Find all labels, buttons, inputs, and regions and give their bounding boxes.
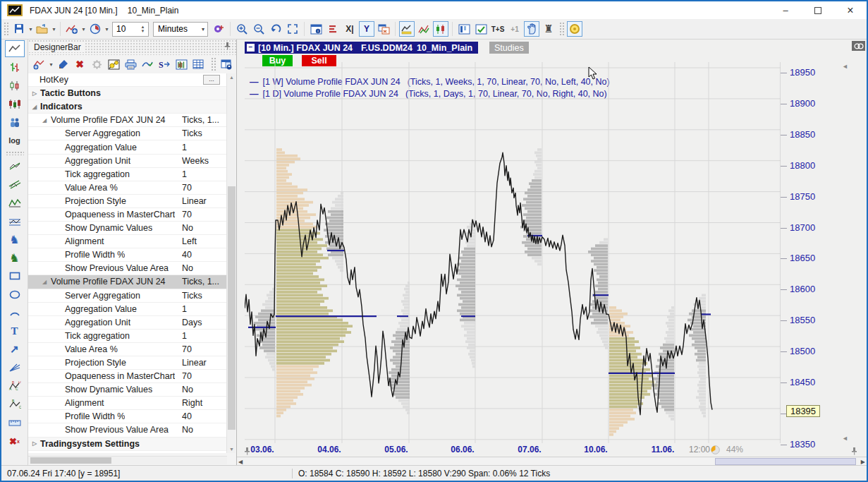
fit-screen-icon[interactable] bbox=[285, 21, 300, 37]
price-chart[interactable] bbox=[245, 62, 781, 443]
property-value[interactable]: No bbox=[182, 263, 224, 273]
columns-icon[interactable] bbox=[456, 21, 472, 37]
property-value[interactable]: 1 bbox=[182, 331, 224, 341]
tree-collapsed-icon[interactable]: ▷ bbox=[32, 440, 37, 447]
property-value[interactable]: Weeks bbox=[182, 156, 224, 166]
property-value[interactable]: 1 bbox=[182, 169, 224, 179]
delete-drawing-icon[interactable]: ✖x bbox=[5, 433, 25, 450]
bars-icon[interactable] bbox=[5, 59, 25, 76]
property-row[interactable]: Server AggregationTicks bbox=[28, 127, 226, 140]
checkbox-chart-icon[interactable] bbox=[473, 21, 489, 37]
scroll-down-icon[interactable]: ▼ bbox=[227, 447, 236, 452]
properties-icon[interactable] bbox=[106, 56, 121, 72]
x-axis-icon[interactable]: X| bbox=[342, 21, 357, 37]
property-value[interactable]: 1 bbox=[182, 304, 224, 314]
property-row[interactable]: Show Dynamic ValuesNo bbox=[28, 222, 226, 235]
property-row[interactable]: Value Area %70 bbox=[28, 343, 226, 356]
property-group-row[interactable]: ▷Tradingsystem Settings bbox=[28, 438, 226, 451]
scrollbar-thumb[interactable] bbox=[715, 458, 856, 465]
property-row[interactable]: Opaqueness in MasterChart70 bbox=[28, 208, 226, 222]
designer-bar-header[interactable]: DesignerBar bbox=[28, 40, 236, 55]
pin-icon[interactable] bbox=[244, 447, 250, 455]
line-chart-icon[interactable] bbox=[5, 40, 25, 57]
minimize-button[interactable]: – bbox=[769, 1, 802, 19]
save-icon[interactable] bbox=[11, 21, 27, 37]
maximize-button[interactable] bbox=[802, 1, 834, 19]
knight-green-icon[interactable]: ♞ bbox=[5, 249, 25, 266]
property-row[interactable]: Projection StyleLinear bbox=[28, 195, 226, 208]
zoom-out-icon[interactable] bbox=[251, 21, 267, 37]
tree-expanded-icon[interactable]: ◢ bbox=[32, 104, 37, 110]
zigzag-icon[interactable] bbox=[5, 194, 25, 211]
property-value[interactable]: 70 bbox=[182, 183, 224, 193]
red-rows-icon[interactable] bbox=[325, 21, 341, 37]
ellipse-icon[interactable] bbox=[5, 286, 25, 303]
channel-icon[interactable] bbox=[5, 176, 25, 193]
designer-bar-horizontal-scrollbar[interactable] bbox=[28, 456, 227, 464]
property-value[interactable]: 1 bbox=[182, 143, 224, 152]
y-axis-icon[interactable]: Y bbox=[359, 21, 374, 37]
property-row[interactable]: Show Dynamic ValuesNo bbox=[28, 383, 226, 397]
designer-bar-vertical-scrollbar[interactable]: ▲ ▼ bbox=[226, 73, 236, 453]
ruler-icon[interactable] bbox=[5, 414, 25, 431]
pin-icon[interactable] bbox=[851, 447, 857, 455]
chart-header[interactable]: − [10 Min.] FDAX JUN 24 F.US.DDM24 10_Mi… bbox=[245, 42, 478, 54]
property-value[interactable]: 40 bbox=[182, 250, 224, 260]
property-row[interactable]: Tick aggregation1 bbox=[28, 168, 226, 181]
text-icon[interactable]: T bbox=[5, 323, 25, 339]
property-value[interactable]: 70 bbox=[182, 371, 224, 381]
property-row[interactable]: Aggregation Value1 bbox=[28, 303, 226, 316]
interval-unit-select[interactable]: Minutes ▾ bbox=[153, 22, 208, 37]
abcd-pattern-icon[interactable]: ABCD bbox=[5, 378, 25, 394]
property-row[interactable]: Show Previous Value AreaNo bbox=[28, 423, 226, 437]
scrollbar-thumb[interactable] bbox=[30, 457, 111, 464]
property-row[interactable]: AlignmentRight bbox=[28, 397, 226, 410]
strategy-icon[interactable]: S bbox=[157, 56, 172, 72]
candle-chart-icon[interactable] bbox=[433, 21, 448, 37]
property-value[interactable]: Right bbox=[182, 398, 224, 408]
candles-filled-icon[interactable] bbox=[5, 95, 25, 112]
property-row[interactable]: Server AggregationTicks bbox=[28, 289, 226, 303]
spin-down-icon[interactable]: ▼ bbox=[141, 29, 145, 33]
trendline-icon[interactable] bbox=[5, 157, 25, 174]
chart-linking-icon[interactable] bbox=[852, 41, 865, 51]
clock-icon[interactable] bbox=[87, 21, 103, 37]
hotkey-ellipsis-button[interactable]: ... bbox=[203, 75, 220, 85]
table-icon[interactable] bbox=[190, 56, 206, 72]
open-folder-icon[interactable] bbox=[35, 21, 50, 37]
add-indicator-icon[interactable] bbox=[32, 56, 47, 72]
session-circle-icon[interactable] bbox=[567, 21, 582, 37]
log-scale-icon[interactable]: log bbox=[5, 132, 25, 149]
property-value[interactable]: Ticks bbox=[182, 128, 224, 138]
print-icon[interactable] bbox=[123, 56, 138, 72]
collapse-icon[interactable]: − bbox=[247, 44, 255, 52]
property-value[interactable]: 40 bbox=[182, 411, 224, 421]
property-row[interactable]: Projection StyleLinear bbox=[28, 356, 226, 370]
rectangle-icon[interactable] bbox=[5, 267, 25, 284]
property-value[interactable]: Ticks, 1... bbox=[182, 277, 224, 287]
scroll-right-icon[interactable]: ▶ bbox=[861, 459, 865, 465]
scrollbar-thumb[interactable] bbox=[228, 186, 236, 430]
property-row[interactable]: HotKey... bbox=[28, 73, 226, 87]
arrow-icon[interactable]: ↗ bbox=[5, 341, 25, 358]
property-row[interactable]: Opaqueness in MasterChart70 bbox=[28, 370, 226, 383]
property-value[interactable]: No bbox=[182, 425, 224, 435]
add-symbol-icon[interactable] bbox=[211, 21, 226, 37]
property-value[interactable]: 70 bbox=[182, 344, 224, 354]
property-value[interactable]: Linear bbox=[182, 196, 224, 206]
property-row[interactable]: AlignmentLeft bbox=[28, 235, 226, 248]
property-row[interactable]: Aggregation UnitDays bbox=[28, 316, 226, 330]
save-window-icon[interactable] bbox=[219, 56, 234, 72]
time-sales-icon[interactable]: T+S bbox=[490, 21, 506, 37]
tree-expanded-icon[interactable]: ◢ bbox=[42, 279, 47, 285]
new-chart-dropdown-icon[interactable]: ▾ bbox=[80, 26, 87, 32]
undo-icon[interactable] bbox=[268, 21, 283, 37]
close-button[interactable]: × bbox=[834, 1, 867, 19]
save-dropdown-icon[interactable]: ▾ bbox=[27, 26, 34, 32]
studies-button[interactable]: Studies bbox=[489, 42, 529, 54]
indicator-row[interactable]: ◢Volume Profile FDAX JUN 24Ticks, 1... bbox=[28, 275, 226, 289]
tree-collapsed-icon[interactable]: ▷ bbox=[32, 90, 37, 97]
delete-icon[interactable]: ✖ bbox=[72, 56, 87, 72]
pin-icon[interactable] bbox=[224, 42, 231, 50]
property-group-row[interactable]: ▷Tactic Buttons bbox=[28, 87, 226, 100]
